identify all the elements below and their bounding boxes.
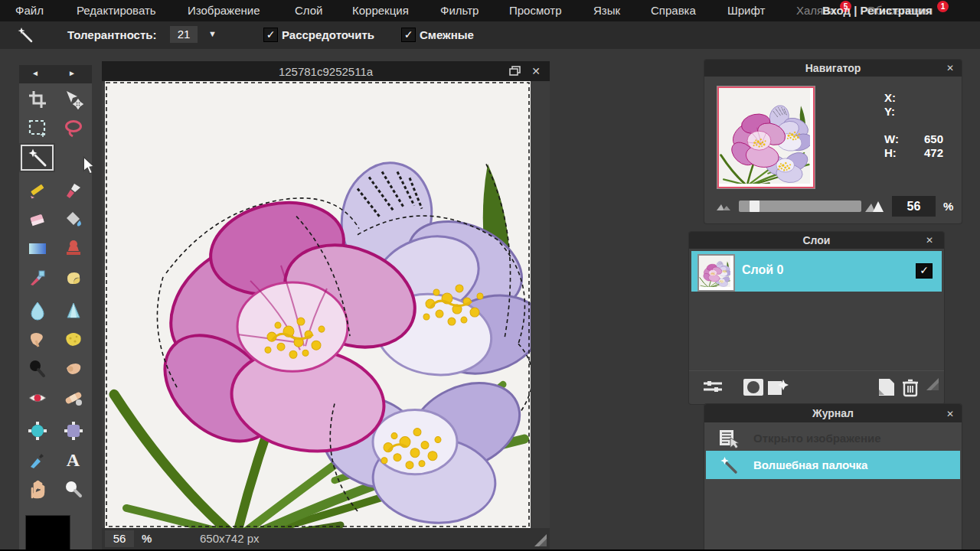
scatter-label: Рассредоточить <box>282 28 374 41</box>
crop-icon <box>28 90 47 109</box>
navigator-title[interactable]: Навигатор <box>704 60 962 77</box>
tolerance-dropdown-icon[interactable]: ▼ <box>208 29 217 38</box>
mouse-cursor <box>81 156 96 174</box>
layer-settings-icon[interactable] <box>703 378 723 395</box>
magic-wand-small-icon <box>17 27 34 44</box>
journal-entry-open-image[interactable]: Открыто изображение <box>706 425 960 451</box>
menu-help[interactable]: Справка <box>651 4 696 17</box>
layers-close-icon[interactable]: ✕ <box>926 235 933 246</box>
brush-tool[interactable] <box>55 176 91 205</box>
layer-row[interactable]: Слой 0 ✓ <box>691 251 942 292</box>
eyedropper-tool[interactable] <box>19 445 55 474</box>
journal-entry-magic-wand[interactable]: Волшебная палочка <box>706 451 960 479</box>
menu-view[interactable]: Просмотр <box>509 4 562 17</box>
image-statusbar: 56 % 650x742 px <box>102 528 550 549</box>
pencil-tool[interactable] <box>19 176 55 205</box>
contiguous-checkbox[interactable]: ✓ <box>401 28 416 42</box>
burn-tool[interactable] <box>55 354 91 383</box>
scatter-checkbox[interactable]: ✓ <box>263 28 278 42</box>
sponge-tool[interactable] <box>55 325 91 354</box>
navigator-zoom-slider[interactable] <box>739 201 861 212</box>
tolerance-value[interactable]: 21 <box>170 26 198 43</box>
smudge-tool[interactable] <box>19 325 55 354</box>
menu-file[interactable]: Файл <box>15 4 44 17</box>
red-eye-tool[interactable] <box>19 383 55 412</box>
toolbox-next-icon[interactable]: ► <box>68 69 76 77</box>
navigator-panel: Навигатор ✕ X: Y: W: 650 H: 472 56 % <box>704 60 962 223</box>
menu-layer[interactable]: Слой <box>295 4 322 17</box>
dodge-icon <box>28 359 47 379</box>
close-window-icon[interactable]: ✕ <box>531 65 541 77</box>
journal-close-icon[interactable]: ✕ <box>946 409 954 419</box>
blur-tool[interactable] <box>19 296 55 325</box>
zoom-in-mountain-icon[interactable] <box>865 198 884 212</box>
eraser-tool[interactable] <box>19 205 55 234</box>
toolbox-header: ◄ ► <box>19 65 92 83</box>
zoom-tool[interactable] <box>55 474 91 504</box>
auth-links[interactable]: Вход | Регистрация <box>822 4 932 17</box>
hand-icon <box>28 479 47 499</box>
foreground-color-swatch[interactable] <box>25 515 70 551</box>
updates-badge: 1 <box>937 1 949 12</box>
dodge-tool[interactable] <box>19 354 55 383</box>
menu-image[interactable]: Изображение <box>188 4 260 17</box>
navigator-close-icon[interactable]: ✕ <box>946 63 954 73</box>
resize-grip-icon[interactable] <box>534 534 547 546</box>
bloat-icon <box>28 421 47 441</box>
flower-image <box>105 81 531 528</box>
layer-style-icon[interactable] <box>767 378 790 396</box>
navigator-zoom-handle[interactable] <box>750 201 760 212</box>
menu-adjust[interactable]: Коррекция <box>352 4 409 17</box>
marquee-icon <box>28 119 47 139</box>
layer-visibility-checkbox[interactable]: ✓ <box>916 263 933 279</box>
layers-panel: Слои ✕ Слой 0 ✓ <box>689 232 944 404</box>
move-icon <box>64 90 83 109</box>
tool-palette: ◄ ► A <box>19 65 92 551</box>
layers-title[interactable]: Слои <box>689 232 944 249</box>
heal-tool[interactable] <box>55 383 91 412</box>
bloat-tool[interactable] <box>19 416 55 445</box>
layers-resize-grip-icon[interactable] <box>926 378 939 390</box>
navigator-zoom-value[interactable]: 56 <box>892 196 936 217</box>
toolbox-prev-icon[interactable]: ◄ <box>31 69 39 77</box>
menu-filter[interactable]: Фильтр <box>440 4 479 17</box>
lasso-tool[interactable] <box>55 114 91 143</box>
zoom-out-mountain-icon[interactable] <box>717 201 730 210</box>
pencil-icon <box>28 181 47 201</box>
journal-title[interactable]: Журнал <box>704 404 962 422</box>
nav-w-value: 650 <box>905 132 943 145</box>
color-replace-tool[interactable] <box>19 263 55 292</box>
navigator-thumbnail[interactable] <box>717 86 815 188</box>
hand-tool[interactable] <box>19 474 55 504</box>
type-tool[interactable]: A <box>55 445 91 474</box>
menu-edit[interactable]: Редактировать <box>77 4 156 17</box>
menu-language[interactable]: Язык <box>593 4 620 17</box>
tolerance-label: Толерантность: <box>67 28 157 41</box>
layer-name[interactable]: Слой 0 <box>742 263 783 277</box>
restore-window-icon[interactable] <box>509 66 521 76</box>
canvas[interactable] <box>105 81 531 528</box>
image-window-titlebar[interactable]: 125781c9252511a ✕ <box>102 61 550 81</box>
clone-stamp-tool[interactable] <box>55 234 91 263</box>
gradient-tool[interactable] <box>19 234 55 263</box>
statusbar-zoom-value[interactable]: 56 <box>105 530 134 547</box>
move-tool[interactable] <box>55 85 91 114</box>
crop-tool[interactable] <box>19 85 55 114</box>
delete-layer-trash-icon[interactable] <box>902 378 919 397</box>
new-layer-icon[interactable] <box>877 378 895 396</box>
nav-y-label: Y: <box>884 105 895 118</box>
marquee-tool[interactable] <box>19 114 55 143</box>
nav-h-value: 472 <box>905 146 943 159</box>
fill-tool[interactable] <box>55 205 91 234</box>
layer-mask-icon[interactable] <box>743 378 764 396</box>
menu-font[interactable]: Шрифт <box>727 4 765 17</box>
pinch-tool[interactable] <box>55 416 91 445</box>
type-icon: A <box>67 450 80 471</box>
image-window: 125781c9252511a ✕ 56 % 650x742 px <box>102 61 550 549</box>
drawing-tool[interactable] <box>55 263 91 292</box>
navigator-percent: % <box>943 200 953 213</box>
magic-wand-tool[interactable] <box>19 143 55 172</box>
smudge-finger-icon <box>28 330 47 350</box>
sharpen-tool[interactable] <box>55 296 91 325</box>
magic-wand-history-icon <box>720 456 738 474</box>
